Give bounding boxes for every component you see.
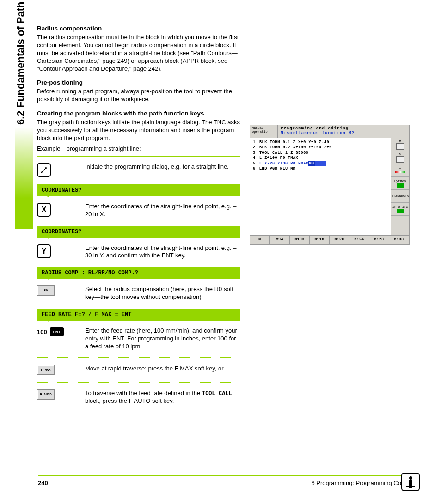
info-icon — [401, 473, 420, 491]
screen-softkey-row: MM94M103M118M120M124M128M138 — [250, 235, 409, 244]
step-row-5b: F MAX Move at rapid traverse: press the … — [37, 365, 240, 375]
heading-radius-comp: Radius compensation — [37, 25, 240, 32]
step-row-1: Initiate the programming dialog, e.g. fo… — [37, 163, 240, 177]
divider — [37, 156, 240, 157]
step-desc-5a: Enter the feed rate (here, 100 mm/min), … — [85, 327, 240, 351]
line-key-icon — [37, 163, 51, 177]
prompt-coordinates-2: COORDINATES? — [37, 226, 240, 238]
para-program-blocks: The gray path function keys initiate the… — [37, 119, 240, 142]
dashed-divider-2 — [37, 382, 240, 383]
svg-line-1 — [42, 168, 46, 172]
y-key-icon: Y — [37, 244, 51, 258]
x-key-icon: X — [37, 203, 51, 217]
fauto-softkey-icon: F AUTO — [37, 389, 55, 400]
step-desc-3: Enter the coordinates of the straight-li… — [85, 244, 240, 260]
step-row-5a: 100 ENT Enter the feed rate (here, 100 m… — [37, 327, 240, 351]
side-section-title: 6.2 Fundamentals of Path Functions — [15, 0, 27, 125]
heading-preposition: Pre-positioning — [37, 79, 240, 86]
ent-key-icon: ENT — [50, 327, 64, 336]
page-footer: 240 6 Programming: Programming Contours — [38, 475, 418, 486]
para-radius-comp: The radius compensation must be in the b… — [37, 34, 240, 73]
step-row-2: X Enter the coordinates of the straight-… — [37, 203, 240, 219]
step-row-4: R0 Select the radius compensation (here,… — [37, 285, 240, 301]
cnc-screenshot: Manual operation Programming and editing… — [250, 125, 410, 245]
screen-sidebar: MSTPythonDIAGNOSISInfo 1/3 — [391, 138, 409, 235]
dashed-divider-1 — [37, 357, 240, 358]
step-desc-2: Enter the coordinates of the straight-li… — [85, 203, 240, 219]
main-column: Radius compensation The radius compensat… — [37, 25, 240, 405]
prompt-radius-comp: RADIUS COMP.: RL/RR/NO COMP.? — [37, 267, 240, 279]
step-desc-5b: Move at rapid traverse: press the F MAX … — [85, 365, 240, 373]
para-preposition: Before running a part program, always pr… — [37, 88, 240, 103]
r0-softkey-icon: R0 — [37, 285, 55, 296]
value-100: 100 — [37, 328, 47, 335]
step-row-5c: F AUTO To traverse with the feed rate de… — [37, 389, 240, 405]
screen-title-1: Programming and editing — [281, 126, 406, 131]
step-row-3: Y Enter the coordinates of the straight-… — [37, 244, 240, 260]
prompt-coordinates-1: COORDINATES? — [37, 184, 240, 196]
example-label: Example—programming a straight line: — [37, 145, 240, 153]
prompt-feedrate: FEED RATE F=? / F MAX = ENT — [37, 309, 240, 321]
step-desc-5c: To traverse with the feed rate defined i… — [85, 389, 240, 405]
screen-code-area: 1BLK FORM 0.1 Z X+0 Y+0 Z-402BLK FORM 0.… — [250, 138, 391, 235]
screen-mode-label: Manual operation — [250, 125, 278, 138]
step-desc-1: Initiate the programming dialog, e.g. fo… — [85, 163, 240, 171]
side-gradient — [15, 127, 33, 229]
screen-title-2: Miscellaneous function M? — [281, 131, 406, 135]
step-desc-4: Select the radius compensation (here, pr… — [85, 285, 240, 301]
heading-program-blocks: Creating the program blocks with the pat… — [37, 110, 240, 117]
fmax-softkey-icon: F MAX — [37, 365, 55, 375]
page-number: 240 — [38, 480, 48, 486]
